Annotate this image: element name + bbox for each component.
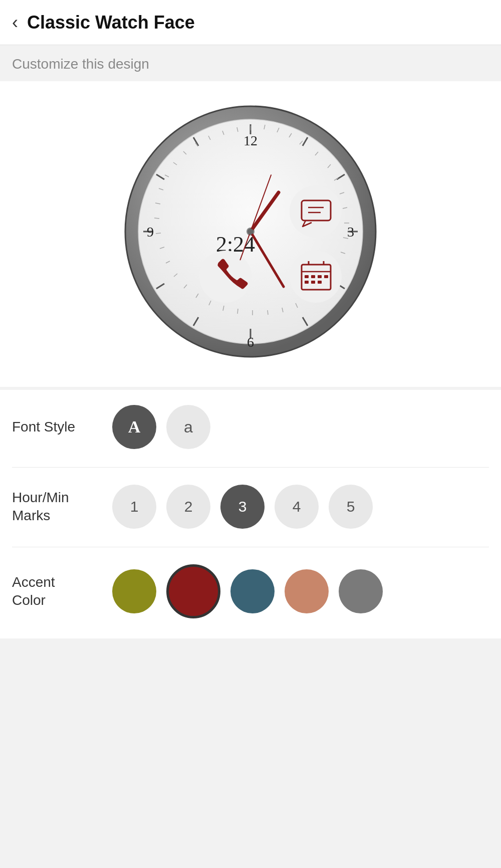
svg-line-34 <box>237 309 238 314</box>
accent-color-darkred[interactable] <box>166 564 220 618</box>
svg-line-43 <box>154 218 159 219</box>
svg-rect-76 <box>311 281 315 284</box>
svg-rect-72 <box>311 275 315 278</box>
divider-1 <box>12 467 489 468</box>
svg-text:6: 6 <box>247 334 254 350</box>
marks-option-2[interactable]: 2 <box>166 485 210 529</box>
font-style-row: Font Style A a <box>12 405 489 449</box>
marks-option-4[interactable]: 4 <box>275 485 319 529</box>
marks-option-1[interactable]: 1 <box>112 485 156 529</box>
accent-color-teal[interactable] <box>230 569 275 613</box>
svg-point-61 <box>290 185 342 238</box>
svg-line-32 <box>268 310 268 315</box>
header: ‹ Classic Watch Face <box>0 0 501 45</box>
hour-min-marks-choices: 1 2 3 4 5 <box>112 485 373 529</box>
accent-color-label: AccentColor <box>12 573 112 610</box>
font-style-label: Font Style <box>12 418 112 436</box>
watch-preview: 12 3 6 9 10 2:24 <box>0 81 501 387</box>
clock-face: 12 3 6 9 10 2:24 <box>120 101 381 362</box>
svg-rect-74 <box>324 275 328 278</box>
font-style-option-A[interactable]: A <box>112 405 156 449</box>
options-section: Font Style A a Hour/MinMarks 1 2 3 4 5 A… <box>0 390 501 638</box>
svg-point-65 <box>199 251 252 303</box>
back-button[interactable]: ‹ <box>12 14 18 32</box>
divider-2 <box>12 547 489 547</box>
svg-rect-71 <box>305 275 309 278</box>
accent-color-row: AccentColor <box>12 564 489 618</box>
svg-text:9: 9 <box>147 224 154 240</box>
font-style-choices: A a <box>112 405 210 449</box>
marks-option-5[interactable]: 5 <box>329 485 373 529</box>
svg-rect-75 <box>305 281 309 284</box>
font-style-option-a[interactable]: a <box>166 405 210 449</box>
svg-point-83 <box>247 229 254 235</box>
hour-min-marks-label: Hour/MinMarks <box>12 489 112 525</box>
accent-color-olive[interactable] <box>112 569 156 613</box>
svg-rect-73 <box>318 275 322 278</box>
svg-line-42 <box>156 233 161 234</box>
subtitle-bar: Customize this design <box>0 45 501 81</box>
subtitle-text: Customize this design <box>12 56 149 72</box>
accent-color-choices <box>112 564 383 618</box>
svg-text:12: 12 <box>243 133 258 148</box>
bottom-area <box>0 638 501 689</box>
accent-color-gray[interactable] <box>339 569 383 613</box>
accent-color-peach[interactable] <box>285 569 329 613</box>
marks-option-3[interactable]: 3 <box>220 485 265 529</box>
svg-rect-77 <box>318 281 322 284</box>
svg-text:3: 3 <box>347 224 354 240</box>
hour-min-marks-row: Hour/MinMarks 1 2 3 4 5 <box>12 485 489 529</box>
svg-point-66 <box>290 251 342 303</box>
page-title: Classic Watch Face <box>27 12 195 33</box>
